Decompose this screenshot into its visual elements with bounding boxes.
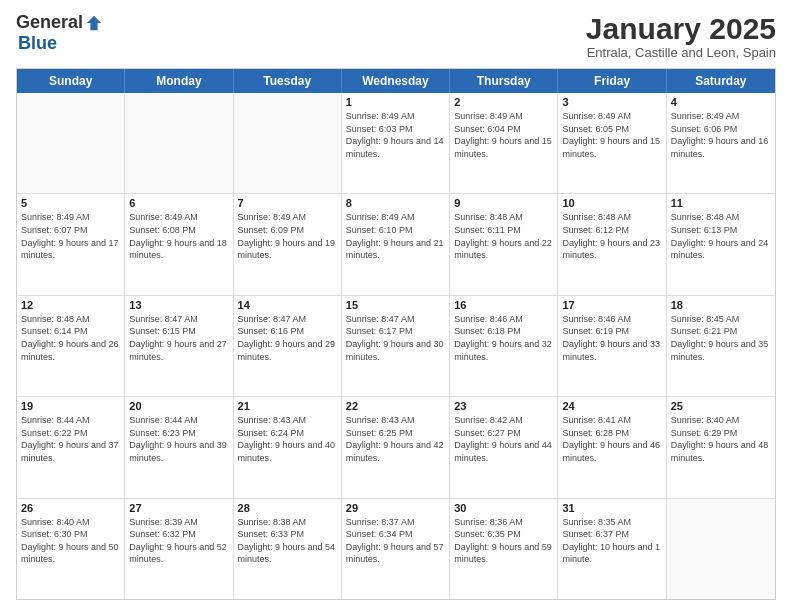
header-day-tuesday: Tuesday	[234, 69, 342, 93]
header-day-sunday: Sunday	[17, 69, 125, 93]
empty-cell-4-6	[667, 499, 775, 599]
header-day-saturday: Saturday	[667, 69, 775, 93]
day-cell-13: 13Sunrise: 8:47 AM Sunset: 6:15 PM Dayli…	[125, 296, 233, 396]
day-number: 18	[671, 299, 771, 311]
day-info: Sunrise: 8:48 AM Sunset: 6:11 PM Dayligh…	[454, 211, 553, 261]
day-number: 28	[238, 502, 337, 514]
location: Entrala, Castille and Leon, Spain	[586, 45, 776, 60]
day-info: Sunrise: 8:47 AM Sunset: 6:17 PM Dayligh…	[346, 313, 445, 363]
day-info: Sunrise: 8:40 AM Sunset: 6:30 PM Dayligh…	[21, 516, 120, 566]
day-info: Sunrise: 8:36 AM Sunset: 6:35 PM Dayligh…	[454, 516, 553, 566]
day-number: 24	[562, 400, 661, 412]
empty-cell-0-1	[125, 93, 233, 193]
day-number: 27	[129, 502, 228, 514]
header-day-friday: Friday	[558, 69, 666, 93]
day-info: Sunrise: 8:49 AM Sunset: 6:05 PM Dayligh…	[562, 110, 661, 160]
day-cell-2: 2Sunrise: 8:49 AM Sunset: 6:04 PM Daylig…	[450, 93, 558, 193]
day-info: Sunrise: 8:35 AM Sunset: 6:37 PM Dayligh…	[562, 516, 661, 566]
day-info: Sunrise: 8:46 AM Sunset: 6:19 PM Dayligh…	[562, 313, 661, 363]
day-cell-23: 23Sunrise: 8:42 AM Sunset: 6:27 PM Dayli…	[450, 397, 558, 497]
day-cell-30: 30Sunrise: 8:36 AM Sunset: 6:35 PM Dayli…	[450, 499, 558, 599]
day-cell-16: 16Sunrise: 8:46 AM Sunset: 6:18 PM Dayli…	[450, 296, 558, 396]
day-number: 22	[346, 400, 445, 412]
day-cell-11: 11Sunrise: 8:48 AM Sunset: 6:13 PM Dayli…	[667, 194, 775, 294]
logo-icon	[85, 14, 103, 32]
week-row-3: 19Sunrise: 8:44 AM Sunset: 6:22 PM Dayli…	[17, 397, 775, 498]
day-info: Sunrise: 8:41 AM Sunset: 6:28 PM Dayligh…	[562, 414, 661, 464]
header-day-monday: Monday	[125, 69, 233, 93]
day-cell-18: 18Sunrise: 8:45 AM Sunset: 6:21 PM Dayli…	[667, 296, 775, 396]
day-info: Sunrise: 8:49 AM Sunset: 6:09 PM Dayligh…	[238, 211, 337, 261]
day-info: Sunrise: 8:44 AM Sunset: 6:22 PM Dayligh…	[21, 414, 120, 464]
calendar: SundayMondayTuesdayWednesdayThursdayFrid…	[16, 68, 776, 600]
day-info: Sunrise: 8:49 AM Sunset: 6:07 PM Dayligh…	[21, 211, 120, 261]
week-row-4: 26Sunrise: 8:40 AM Sunset: 6:30 PM Dayli…	[17, 499, 775, 599]
day-number: 8	[346, 197, 445, 209]
day-number: 10	[562, 197, 661, 209]
svg-marker-0	[87, 15, 101, 29]
day-info: Sunrise: 8:42 AM Sunset: 6:27 PM Dayligh…	[454, 414, 553, 464]
week-row-1: 5Sunrise: 8:49 AM Sunset: 6:07 PM Daylig…	[17, 194, 775, 295]
day-number: 2	[454, 96, 553, 108]
day-cell-8: 8Sunrise: 8:49 AM Sunset: 6:10 PM Daylig…	[342, 194, 450, 294]
day-info: Sunrise: 8:48 AM Sunset: 6:14 PM Dayligh…	[21, 313, 120, 363]
day-info: Sunrise: 8:43 AM Sunset: 6:25 PM Dayligh…	[346, 414, 445, 464]
day-info: Sunrise: 8:47 AM Sunset: 6:15 PM Dayligh…	[129, 313, 228, 363]
month-title: January 2025	[586, 12, 776, 45]
day-info: Sunrise: 8:43 AM Sunset: 6:24 PM Dayligh…	[238, 414, 337, 464]
day-number: 6	[129, 197, 228, 209]
week-row-2: 12Sunrise: 8:48 AM Sunset: 6:14 PM Dayli…	[17, 296, 775, 397]
day-cell-14: 14Sunrise: 8:47 AM Sunset: 6:16 PM Dayli…	[234, 296, 342, 396]
day-number: 20	[129, 400, 228, 412]
day-number: 13	[129, 299, 228, 311]
day-cell-17: 17Sunrise: 8:46 AM Sunset: 6:19 PM Dayli…	[558, 296, 666, 396]
day-number: 11	[671, 197, 771, 209]
day-number: 21	[238, 400, 337, 412]
day-number: 23	[454, 400, 553, 412]
header-day-wednesday: Wednesday	[342, 69, 450, 93]
day-cell-29: 29Sunrise: 8:37 AM Sunset: 6:34 PM Dayli…	[342, 499, 450, 599]
empty-cell-0-2	[234, 93, 342, 193]
week-row-0: 1Sunrise: 8:49 AM Sunset: 6:03 PM Daylig…	[17, 93, 775, 194]
day-cell-31: 31Sunrise: 8:35 AM Sunset: 6:37 PM Dayli…	[558, 499, 666, 599]
day-cell-28: 28Sunrise: 8:38 AM Sunset: 6:33 PM Dayli…	[234, 499, 342, 599]
day-cell-24: 24Sunrise: 8:41 AM Sunset: 6:28 PM Dayli…	[558, 397, 666, 497]
day-number: 29	[346, 502, 445, 514]
header-day-thursday: Thursday	[450, 69, 558, 93]
day-number: 3	[562, 96, 661, 108]
day-info: Sunrise: 8:49 AM Sunset: 6:10 PM Dayligh…	[346, 211, 445, 261]
day-cell-15: 15Sunrise: 8:47 AM Sunset: 6:17 PM Dayli…	[342, 296, 450, 396]
day-info: Sunrise: 8:38 AM Sunset: 6:33 PM Dayligh…	[238, 516, 337, 566]
day-cell-1: 1Sunrise: 8:49 AM Sunset: 6:03 PM Daylig…	[342, 93, 450, 193]
day-number: 5	[21, 197, 120, 209]
day-cell-22: 22Sunrise: 8:43 AM Sunset: 6:25 PM Dayli…	[342, 397, 450, 497]
calendar-body: 1Sunrise: 8:49 AM Sunset: 6:03 PM Daylig…	[17, 93, 775, 599]
day-info: Sunrise: 8:49 AM Sunset: 6:03 PM Dayligh…	[346, 110, 445, 160]
empty-cell-0-0	[17, 93, 125, 193]
day-number: 16	[454, 299, 553, 311]
day-number: 30	[454, 502, 553, 514]
logo-general: General	[16, 12, 83, 33]
day-number: 25	[671, 400, 771, 412]
day-number: 19	[21, 400, 120, 412]
day-info: Sunrise: 8:49 AM Sunset: 6:06 PM Dayligh…	[671, 110, 771, 160]
day-number: 1	[346, 96, 445, 108]
day-info: Sunrise: 8:37 AM Sunset: 6:34 PM Dayligh…	[346, 516, 445, 566]
day-number: 17	[562, 299, 661, 311]
day-info: Sunrise: 8:45 AM Sunset: 6:21 PM Dayligh…	[671, 313, 771, 363]
day-info: Sunrise: 8:47 AM Sunset: 6:16 PM Dayligh…	[238, 313, 337, 363]
day-info: Sunrise: 8:46 AM Sunset: 6:18 PM Dayligh…	[454, 313, 553, 363]
day-info: Sunrise: 8:39 AM Sunset: 6:32 PM Dayligh…	[129, 516, 228, 566]
day-info: Sunrise: 8:44 AM Sunset: 6:23 PM Dayligh…	[129, 414, 228, 464]
day-info: Sunrise: 8:49 AM Sunset: 6:08 PM Dayligh…	[129, 211, 228, 261]
page: General Blue January 2025 Entrala, Casti…	[0, 0, 792, 612]
day-number: 26	[21, 502, 120, 514]
logo-text: General	[16, 12, 103, 33]
day-number: 4	[671, 96, 771, 108]
logo-blue: Blue	[18, 33, 57, 53]
day-number: 15	[346, 299, 445, 311]
day-number: 14	[238, 299, 337, 311]
day-number: 12	[21, 299, 120, 311]
day-info: Sunrise: 8:49 AM Sunset: 6:04 PM Dayligh…	[454, 110, 553, 160]
day-cell-19: 19Sunrise: 8:44 AM Sunset: 6:22 PM Dayli…	[17, 397, 125, 497]
